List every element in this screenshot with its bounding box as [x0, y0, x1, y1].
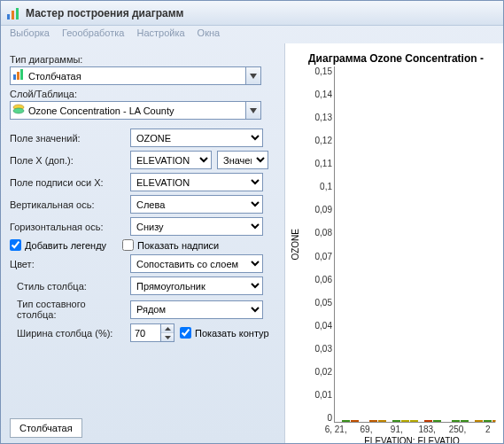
svg-rect-1	[12, 11, 14, 19]
bar	[484, 420, 492, 422]
y-tick: 0,05	[315, 298, 332, 308]
chart-type-value: Столбчатая	[28, 71, 81, 82]
spinner-down-icon[interactable]	[161, 333, 174, 341]
bar	[475, 420, 483, 422]
y-tick: 0,15	[315, 66, 332, 76]
x-axis-label-field-select[interactable]: ELEVATION	[130, 173, 263, 191]
svg-rect-5	[20, 69, 23, 80]
bar	[492, 420, 500, 422]
bar-group	[392, 420, 418, 422]
bar-group	[420, 420, 446, 422]
layer-select[interactable]: Ozone Concentration - LA County	[10, 101, 261, 120]
tab-bar-chart[interactable]: Столбчатая	[10, 418, 82, 438]
x-field-value-select[interactable]: Значени	[217, 151, 268, 169]
menu-item[interactable]: Выборка	[10, 27, 50, 42]
value-field-label: Поле значений:	[10, 133, 125, 144]
titlebar: Мастер построения диаграмм	[1, 1, 503, 26]
svg-rect-0	[7, 14, 10, 19]
bar	[410, 420, 418, 422]
x-tick: 69,	[351, 425, 381, 434]
y-tick: 0,11	[315, 159, 332, 168]
y-axis-ticks: 0,150,140,130,120,110,10,090,080,070,060…	[302, 66, 334, 423]
bar	[461, 420, 469, 422]
bar-style-label: Стиль столбца:	[10, 281, 125, 292]
form-panel: Тип диаграммы: Столбчатая Слой/Таблица: …	[1, 43, 284, 443]
multibar-type-label: Тип составного столбца:	[10, 299, 125, 320]
y-tick: 0,14	[315, 90, 332, 99]
bar-width-spinner[interactable]: 70	[130, 323, 174, 342]
wizard-window: Мастер построения диаграмм Выборка Геооб…	[0, 0, 504, 444]
horizontal-axis-label: Горизонтальная ось:	[10, 222, 125, 232]
y-tick: 0,08	[315, 228, 332, 238]
bar	[401, 420, 409, 422]
window-title: Мастер построения диаграмм	[26, 7, 183, 19]
menu-item[interactable]: Окна	[198, 27, 221, 42]
bar-style-select[interactable]: Прямоугольник	[130, 277, 263, 295]
x-tick: 2	[473, 425, 503, 434]
y-tick: 0,12	[315, 136, 332, 145]
layer-label: Слой/Таблица:	[10, 89, 275, 99]
svg-rect-2	[16, 8, 19, 19]
layer-icon	[12, 103, 25, 119]
y-tick: 0,01	[315, 390, 332, 400]
y-tick: 0,03	[315, 344, 332, 354]
y-tick: 0	[327, 413, 332, 423]
x-axis-label-field-label: Поле подписи оси X:	[10, 177, 125, 188]
show-outline-checkbox[interactable]: Показать контур	[180, 327, 269, 339]
show-labels-input[interactable]	[122, 239, 134, 251]
color-select[interactable]: Сопоставить со слоем	[130, 254, 263, 273]
y-tick: 0,06	[315, 275, 332, 284]
y-tick: 0,04	[315, 321, 332, 331]
menubar-fragment: Выборка Геообработка Настройка Окна	[1, 26, 503, 43]
menu-item[interactable]: Геообработка	[62, 27, 125, 42]
svg-point-7	[13, 108, 24, 113]
vertical-axis-select[interactable]: Слева	[130, 195, 263, 214]
x-tick: 91,	[382, 425, 412, 434]
y-tick: 0,1	[320, 182, 332, 191]
chevron-down-icon	[245, 67, 260, 84]
bar	[378, 420, 386, 422]
vertical-axis-label: Вертикальная ось:	[10, 199, 125, 210]
bar-group	[337, 420, 363, 422]
horizontal-axis-select[interactable]: Снизу	[130, 217, 263, 236]
x-axis-label: ELEVATION; ELEVATIO	[289, 436, 503, 443]
show-labels-checkbox[interactable]: Показать надписи	[122, 239, 219, 251]
add-legend-input[interactable]	[10, 239, 21, 251]
chart-title: Диаграмма Ozone Concentration -	[289, 52, 503, 65]
y-tick: 0,02	[315, 367, 332, 377]
chart-preview: Диаграмма Ozone Concentration - OZONE 0,…	[284, 43, 503, 443]
bar	[351, 420, 359, 422]
svg-rect-3	[13, 74, 16, 80]
bar	[424, 420, 432, 422]
y-tick: 0,13	[315, 113, 332, 122]
x-axis-ticks: 6, 21,69,91,183,250,2	[289, 425, 503, 434]
app-icon	[6, 6, 20, 20]
bar	[342, 420, 350, 422]
bar-group	[475, 420, 500, 422]
spinner-up-icon[interactable]	[161, 324, 174, 333]
y-axis-label: OZONE	[289, 229, 302, 261]
add-legend-checkbox[interactable]: Добавить легенду	[10, 239, 106, 251]
bar	[433, 420, 441, 422]
multibar-type-select[interactable]: Рядом	[130, 300, 263, 319]
svg-rect-4	[17, 72, 19, 80]
bar	[452, 420, 460, 422]
bar-width-label: Ширина столбца (%):	[10, 328, 125, 339]
plot-area	[334, 66, 503, 423]
x-field-label: Поле X (доп.):	[10, 155, 125, 166]
color-label: Цвет:	[10, 259, 125, 269]
chart-type-label: Тип диаграммы:	[10, 54, 275, 65]
chart-type-select[interactable]: Столбчатая	[10, 66, 261, 85]
x-field-select[interactable]: ELEVATION	[130, 151, 212, 169]
x-tick: 250,	[442, 425, 472, 434]
bar-group	[365, 420, 391, 422]
value-field-select[interactable]: OZONE	[130, 129, 263, 147]
bar-chart-icon	[12, 68, 25, 84]
x-tick: 183,	[412, 425, 442, 434]
show-outline-input[interactable]	[180, 327, 191, 339]
chevron-down-icon	[245, 102, 260, 119]
menu-item[interactable]: Настройка	[136, 27, 184, 42]
x-tick: 6, 21,	[321, 425, 351, 434]
bar-group	[447, 420, 473, 422]
y-tick: 0,07	[315, 252, 332, 261]
